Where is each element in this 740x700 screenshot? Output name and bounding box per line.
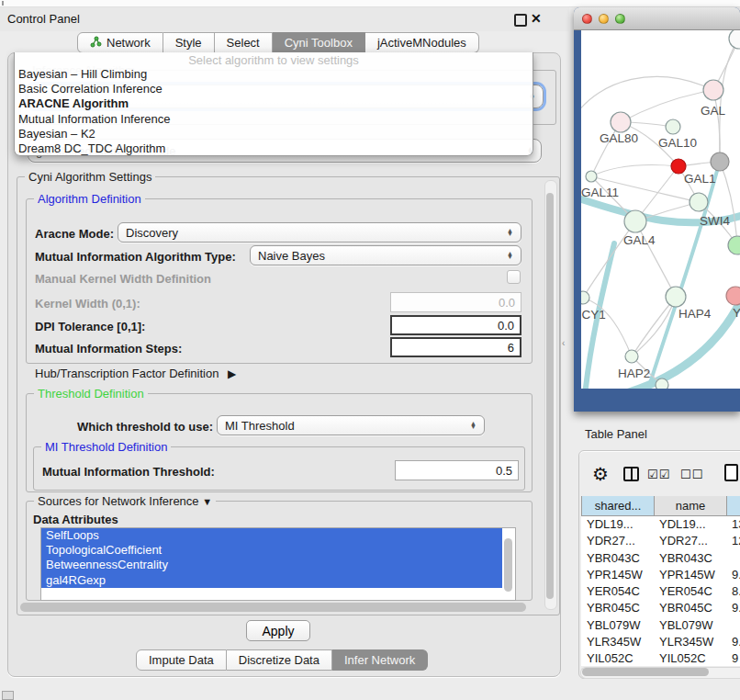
tab-network[interactable]: Network: [77, 32, 163, 53]
mi-algorithm-type-value: Naive Bayes: [258, 249, 501, 263]
table-row[interactable]: YBL079WYBL079W: [581, 617, 740, 634]
collapse-down-icon[interactable]: ▼: [202, 496, 212, 507]
table-row[interactable]: YLR345WYLR345W9.: [581, 634, 740, 650]
network-node-hap2[interactable]: [625, 350, 638, 363]
close-traffic-icon[interactable]: [582, 14, 592, 24]
tab-discretize-data[interactable]: Discretize Data: [227, 649, 332, 671]
table-cell: 12: [726, 533, 740, 549]
select-all-icon[interactable]: ☑☑: [647, 468, 670, 481]
mi-threshold-field[interactable]: 0.5: [395, 460, 519, 480]
table-row[interactable]: YIL052CYIL052C9: [581, 650, 740, 666]
settings-hscroll-thumb[interactable]: [20, 603, 526, 612]
manual-kernel-width-checkbox[interactable]: [507, 270, 521, 284]
table-cell: YIL052C: [581, 650, 654, 666]
node-label-gal10: GAL10: [658, 136, 697, 150]
table-cell: 13: [726, 516, 740, 533]
bottom-tabbar: Impute DataDiscretize DataInfer Network: [136, 649, 428, 671]
algorithm-option-basic-correlation-inference[interactable]: Basic Correlation Inference: [15, 82, 533, 96]
algorithm-option-bayesian-k2[interactable]: Bayesian – K2: [15, 127, 533, 141]
network-node-gcy1[interactable]: [581, 291, 589, 304]
tab-jactivemnodules[interactable]: jActiveMNodules: [365, 32, 479, 53]
network-node-gal11[interactable]: [586, 171, 597, 182]
minimize-traffic-icon[interactable]: [599, 14, 609, 24]
zoom-traffic-icon[interactable]: [615, 14, 625, 24]
network-node-y[interactable]: [726, 287, 740, 305]
close-icon[interactable]: ✕: [531, 11, 542, 26]
table-cell: [726, 617, 740, 634]
tab-cyni-toolbox[interactable]: Cyni Toolbox: [273, 32, 365, 53]
network-node-swi4[interactable]: [728, 236, 740, 254]
table-cell: YBR045C: [581, 600, 654, 616]
network-graph: GALGAL80GAL10GAL1GAL11GAL4SWI4GCY1HAP4YH…: [581, 30, 740, 389]
mi-algorithm-type-combobox[interactable]: Naive Bayes ▲▼: [250, 245, 521, 265]
apply-button[interactable]: Apply: [246, 620, 310, 641]
network-node[interactable]: [656, 378, 668, 389]
network-window-titlebar[interactable]: [574, 7, 740, 30]
which-threshold-combobox[interactable]: MI Threshold ▲▼: [217, 415, 485, 435]
splitter-handle[interactable]: ‹: [562, 338, 565, 348]
algorithm-option-bayesian-hill-climbing[interactable]: Bayesian – Hill Climbing: [15, 67, 533, 82]
table-row[interactable]: YDR27...YDR27...12: [581, 533, 740, 549]
table-cell: YDL19...: [654, 516, 726, 533]
tab-style[interactable]: Style: [163, 32, 215, 53]
network-canvas[interactable]: GALGAL80GAL10GAL1GAL11GAL4SWI4GCY1HAP4YH…: [581, 30, 740, 389]
attribute-item-selfloops[interactable]: SelfLoops: [41, 528, 502, 543]
table-row[interactable]: YDL19...YDL19...13: [581, 516, 740, 533]
tab-infer-network[interactable]: Infer Network: [332, 649, 428, 671]
network-node-hap4[interactable]: [666, 287, 686, 307]
algorithm-option-dream8-dc-tdc-algorithm[interactable]: Dream8 DC_TDC Algorithm: [15, 141, 533, 156]
file-icon[interactable]: [724, 464, 738, 481]
data-attributes-list[interactable]: SelfLoopsTopologicalCoefficientBetweenne…: [40, 527, 516, 601]
table-row[interactable]: YPR145WYPR145W9.: [581, 567, 740, 583]
network-edge: [720, 39, 739, 162]
table-row[interactable]: YER054CYER054C8.: [581, 583, 740, 600]
network-node[interactable]: [711, 152, 729, 171]
aracne-mode-label: Aracne Mode:: [35, 227, 114, 241]
algorithm-option-mutual-information-inference[interactable]: Mutual Information Inference: [15, 112, 533, 127]
attribute-item-topologicalcoefficient[interactable]: TopologicalCoefficient: [41, 543, 502, 558]
table-row[interactable]: YBR045CYBR045C9.: [581, 600, 740, 616]
table-cell: 9.: [726, 600, 740, 616]
settings-vscroll-thumb[interactable]: [546, 193, 554, 599]
float-icon[interactable]: [514, 14, 527, 27]
table-cell: 9.: [726, 567, 740, 583]
column-header-shared[interactable]: shared...: [582, 496, 655, 516]
network-node-gal1[interactable]: [690, 193, 708, 211]
table-cell: [726, 550, 740, 567]
which-threshold-value: MI Threshold: [225, 419, 465, 433]
network-node[interactable]: [729, 30, 740, 49]
attr-list-vscroll-thumb[interactable]: [504, 538, 512, 592]
network-node-gal10[interactable]: [666, 119, 680, 134]
network-node-gal80[interactable]: [611, 112, 631, 132]
node-label-hap4: HAP4: [678, 307, 712, 321]
dpi-tolerance-label: DPI Tolerance [0,1]:: [35, 320, 145, 333]
tab-impute-data[interactable]: Impute Data: [136, 649, 227, 671]
table-cell: YBR043C: [581, 550, 654, 567]
table-cell: YDR27...: [581, 533, 654, 549]
attribute-item-betweennesscentrality[interactable]: BetweennessCentrality: [41, 558, 502, 572]
column-header-a[interactable]: A: [727, 496, 740, 516]
attribute-item-gal4rgexp[interactable]: gal4RGexp: [41, 573, 502, 588]
columns-icon[interactable]: [623, 467, 639, 481]
tab-select[interactable]: Select: [215, 32, 273, 53]
table-cell: YBL079W: [654, 617, 726, 634]
aracne-mode-combobox[interactable]: Discovery ▲▼: [118, 222, 521, 243]
hub-definition-toggle[interactable]: Hub/Transcription Factor Definition ▶: [35, 367, 236, 380]
collapsed-panel-icon[interactable]: [2, 691, 14, 700]
table-cell: YIL052C: [654, 650, 726, 666]
control-panel-tabbar: NetworkStyleSelectCyni ToolboxjActiveMNo…: [77, 32, 479, 53]
table-hscroll-thumb[interactable]: [582, 668, 709, 676]
network-node-gal4[interactable]: [624, 210, 646, 232]
expand-right-icon[interactable]: ▶: [228, 367, 236, 380]
column-header-name[interactable]: name: [655, 496, 727, 516]
algorithm-option-aracne-algorithm[interactable]: ARACNE Algorithm: [15, 96, 533, 111]
kernel-width-field[interactable]: 0.0: [390, 292, 521, 312]
mi-algorithm-type-label: Mutual Information Algorithm Type:: [35, 250, 236, 264]
network-node-gal[interactable]: [703, 80, 723, 100]
mi-steps-field[interactable]: 6: [390, 337, 521, 357]
unselect-all-icon[interactable]: ☐☐: [680, 468, 703, 481]
table-cell: YLR345W: [654, 634, 726, 650]
gear-icon[interactable]: ⚙: [592, 463, 609, 485]
dpi-tolerance-field[interactable]: 0.0: [390, 315, 521, 335]
table-row[interactable]: YBR043CYBR043C: [581, 550, 740, 567]
